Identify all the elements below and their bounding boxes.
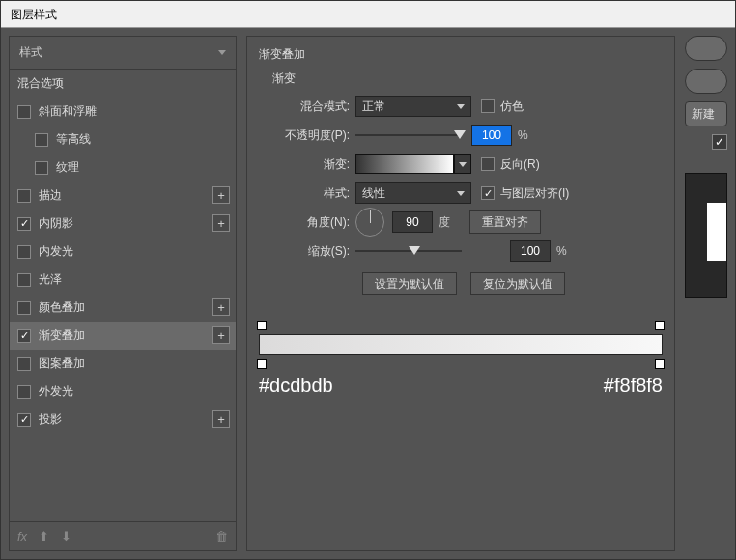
reverse-checkbox[interactable]	[481, 157, 495, 171]
color-stop-left[interactable]	[257, 359, 267, 369]
style-select[interactable]: 线性	[355, 182, 471, 204]
style-label: 渐变叠加	[39, 327, 85, 344]
gradient-bar[interactable]	[259, 334, 663, 355]
hex-left-label: #dcdbdb	[259, 375, 333, 397]
blend-options-row[interactable]: 混合选项	[10, 70, 236, 98]
add-icon[interactable]: +	[212, 326, 230, 344]
style-item-color-overlay[interactable]: 颜色叠加+	[10, 294, 236, 322]
opacity-label: 不透明度(P):	[272, 127, 355, 144]
add-icon[interactable]: +	[212, 298, 230, 316]
add-icon[interactable]: +	[212, 214, 230, 232]
opacity-input[interactable]	[471, 125, 512, 146]
style-label: 内阴影	[39, 215, 73, 232]
arrow-up-icon[interactable]: ⬆	[39, 529, 49, 544]
reset-align-button[interactable]: 重置对齐	[469, 210, 541, 234]
dither-label: 仿色	[500, 98, 524, 115]
style-item-outer-glow[interactable]: 外发光	[10, 378, 236, 406]
style-item-inner-shadow[interactable]: 内阴影+	[10, 210, 236, 238]
style-label: 投影	[39, 411, 62, 428]
align-checkbox[interactable]	[481, 186, 495, 200]
checkbox[interactable]	[17, 329, 31, 343]
gradient-preview[interactable]	[259, 334, 663, 355]
section-label: 渐变	[272, 70, 655, 87]
blend-mode-label: 混合模式:	[272, 98, 355, 115]
opacity-stop-right[interactable]	[655, 321, 665, 330]
checkbox[interactable]	[17, 301, 31, 315]
add-icon[interactable]: +	[212, 186, 230, 204]
fx-label[interactable]: fx	[17, 529, 27, 544]
right-buttons: 新建	[685, 36, 727, 551]
reset-default-button[interactable]: 复位为默认值	[470, 272, 565, 295]
preview-checkbox[interactable]	[712, 134, 727, 150]
styles-header-label: 样式	[19, 44, 42, 61]
trash-icon[interactable]: 🗑	[215, 529, 228, 544]
checkbox[interactable]	[17, 385, 31, 399]
styles-header: 样式	[10, 37, 236, 70]
style-item-satin[interactable]: 光泽	[10, 266, 236, 294]
checkbox[interactable]	[35, 133, 48, 147]
scale-label: 缩放(S):	[272, 243, 355, 260]
styles-panel: 样式 混合选项 斜面和浮雕 等高线 纹理 描边+ 内阴影+ 内发光 光泽 颜色叠…	[9, 36, 237, 551]
set-default-button[interactable]: 设置为默认值	[362, 272, 457, 295]
style-label: 颜色叠加	[39, 299, 85, 316]
style-item-gradient-overlay[interactable]: 渐变叠加+	[10, 322, 236, 350]
style-label: 内发光	[39, 243, 73, 260]
angle-label: 角度(N):	[272, 214, 355, 231]
gradient-swatch[interactable]	[355, 154, 454, 174]
blend-mode-select[interactable]: 正常	[355, 96, 471, 117]
checkbox[interactable]	[17, 105, 31, 119]
opacity-stop-left[interactable]	[257, 321, 267, 330]
window-title: 图层样式	[1, 1, 735, 28]
style-item-pattern-overlay[interactable]: 图案叠加	[10, 350, 236, 378]
style-item-contour[interactable]: 等高线	[10, 126, 236, 154]
panel-title: 渐变叠加	[259, 46, 663, 63]
style-label: 等高线	[56, 131, 91, 148]
style-label: 纹理	[56, 159, 79, 176]
opacity-slider[interactable]	[355, 125, 462, 146]
style-label: 描边	[39, 187, 62, 204]
style-label: 光泽	[39, 271, 62, 288]
style-item-inner-glow[interactable]: 内发光	[10, 238, 236, 266]
styles-list: 斜面和浮雕 等高线 纹理 描边+ 内阴影+ 内发光 光泽 颜色叠加+ 渐变叠加+…	[10, 98, 236, 521]
gradient-overlay-panel: 渐变叠加 渐变 混合模式: 正常 仿色 不透明度(P): % 渐变:	[246, 36, 675, 551]
checkbox[interactable]	[17, 273, 31, 287]
cancel-button[interactable]	[685, 69, 727, 94]
add-icon[interactable]: +	[212, 410, 230, 428]
angle-input[interactable]	[392, 211, 433, 233]
gradient-swatch-label: 渐变:	[272, 156, 355, 173]
style-item-drop-shadow[interactable]: 投影+	[10, 406, 236, 434]
blend-options-label: 混合选项	[17, 75, 64, 92]
ok-button[interactable]	[685, 36, 727, 61]
checkbox[interactable]	[17, 357, 31, 371]
chevron-down-icon[interactable]	[218, 50, 226, 55]
arrow-down-icon[interactable]: ⬇	[61, 529, 71, 544]
style-item-bevel[interactable]: 斜面和浮雕	[10, 98, 236, 126]
color-stop-right[interactable]	[655, 359, 665, 369]
opacity-suffix: %	[518, 128, 528, 142]
style-label: 图案叠加	[39, 355, 85, 372]
checkbox[interactable]	[17, 413, 31, 427]
checkbox[interactable]	[35, 161, 48, 175]
preview-thumbnail	[685, 173, 727, 298]
dither-checkbox[interactable]	[481, 99, 495, 113]
gradient-swatch-dropdown[interactable]	[454, 154, 471, 174]
angle-dial[interactable]	[355, 208, 384, 237]
align-label: 与图层对齐(I)	[500, 185, 569, 202]
scale-slider[interactable]	[355, 240, 462, 262]
style-label: 样式:	[272, 185, 355, 202]
checkbox[interactable]	[17, 245, 31, 259]
styles-footer: fx ⬆ ⬇ 🗑	[10, 521, 236, 550]
checkbox[interactable]	[17, 217, 31, 231]
angle-suffix: 度	[439, 214, 450, 231]
hex-right-label: #f8f8f8	[604, 375, 663, 397]
style-label: 外发光	[39, 383, 73, 400]
checkbox[interactable]	[17, 189, 31, 203]
reverse-label: 反向(R)	[500, 156, 540, 173]
style-item-stroke[interactable]: 描边+	[10, 182, 236, 210]
new-style-button[interactable]: 新建	[685, 101, 727, 126]
scale-suffix: %	[556, 244, 567, 258]
scale-input[interactable]	[510, 240, 551, 262]
style-label: 斜面和浮雕	[39, 103, 97, 120]
style-item-texture[interactable]: 纹理	[10, 154, 236, 182]
